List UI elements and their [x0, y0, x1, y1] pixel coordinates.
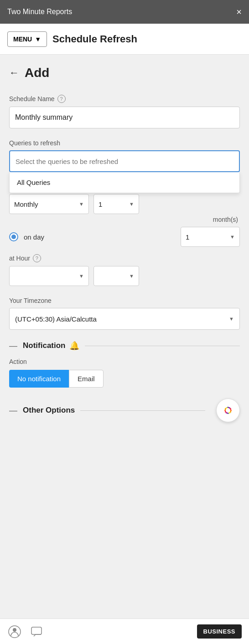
schedule-name-help-icon[interactable]: ?: [57, 95, 66, 103]
repeat-row: Monthly ▼ 1 ▼: [9, 194, 240, 214]
hour-row: ▼ ▼: [9, 266, 240, 286]
action-buttons: No notification Email: [9, 370, 240, 388]
on-day-row: on day 1 ▼: [9, 227, 240, 247]
on-day-radio[interactable]: [9, 232, 18, 241]
repeat-num-chevron-icon: ▼: [129, 201, 134, 207]
user-icon[interactable]: [7, 624, 22, 639]
queries-section: Queries to refresh All Queries: [9, 139, 240, 172]
back-button[interactable]: ←: [9, 67, 19, 79]
action-section: Action No notification Email: [9, 358, 240, 388]
other-options-collapse-icon[interactable]: —: [9, 406, 17, 415]
title-bar: Two Minute Reports ×: [0, 0, 249, 24]
action-label: Action: [9, 358, 240, 365]
timezone-label: Your Timezone: [9, 297, 240, 304]
header: MENU ▼ Schedule Refresh: [0, 24, 249, 55]
radio-inner: [11, 235, 16, 239]
timezone-select[interactable]: (UTC+05:30) Asia/Calcutta ▼: [9, 308, 240, 330]
other-options-divider: — Other Options: [9, 406, 205, 415]
svg-point-15: [13, 628, 16, 632]
day-chevron-icon: ▼: [230, 234, 235, 240]
svg-rect-16: [31, 627, 42, 634]
queries-wrapper: All Queries: [9, 150, 240, 172]
menu-arrow-icon: ▼: [35, 36, 41, 43]
schedule-name-section: Schedule Name ?: [9, 95, 240, 128]
at-hour-label: at Hour ?: [9, 254, 240, 262]
business-badge: BUSINESS: [197, 624, 242, 639]
other-options-title: Other Options: [23, 406, 75, 415]
minute-select[interactable]: ▼: [93, 266, 139, 286]
other-options-row: — Other Options: [9, 399, 240, 422]
minute-chevron-icon: ▼: [129, 273, 134, 279]
other-options-divider-line: [80, 410, 205, 411]
at-hour-help-icon[interactable]: ?: [33, 254, 41, 262]
bottom-bar: BUSINESS: [0, 618, 249, 644]
main-content: ← Add Schedule Name ? Queries to refresh…: [0, 55, 249, 618]
monthly-chevron-icon: ▼: [79, 201, 84, 207]
email-button[interactable]: Email: [69, 370, 104, 388]
months-suffix: month(s): [9, 216, 240, 223]
schedule-name-label: Schedule Name ?: [9, 95, 240, 103]
header-title: Schedule Refresh: [52, 33, 137, 45]
app-title: Two Minute Reports: [7, 8, 72, 16]
timezone-section: Your Timezone (UTC+05:30) Asia/Calcutta …: [9, 297, 240, 330]
hour-select[interactable]: ▼: [9, 266, 89, 286]
bell-icon: 🔔: [69, 341, 79, 351]
on-day-label: on day: [24, 233, 44, 241]
day-select[interactable]: 1 ▼: [181, 227, 240, 247]
notification-divider-line: [85, 346, 240, 346]
fab-button[interactable]: [216, 399, 240, 422]
repeat-section: Repeat every Monthly ▼ 1 ▼ month(s) on d…: [9, 183, 240, 286]
timezone-chevron-icon: ▼: [229, 316, 234, 322]
close-button[interactable]: ×: [236, 7, 242, 16]
queries-dropdown: All Queries: [9, 172, 240, 193]
notification-collapse-icon[interactable]: —: [9, 341, 17, 351]
monthly-select[interactable]: Monthly ▼: [9, 194, 89, 214]
bottom-icons: [7, 624, 44, 639]
chat-icon[interactable]: [29, 624, 44, 639]
notification-divider: — Notification 🔔: [9, 341, 240, 351]
dropdown-all-queries[interactable]: All Queries: [10, 172, 239, 193]
page-title: Add: [25, 66, 49, 80]
schedule-name-input[interactable]: [9, 107, 240, 128]
page-title-row: ← Add: [9, 66, 240, 80]
no-notification-button[interactable]: No notification: [9, 370, 69, 388]
queries-input[interactable]: [9, 150, 240, 172]
hour-chevron-icon: ▼: [79, 273, 84, 279]
repeat-num-select[interactable]: 1 ▼: [93, 194, 139, 214]
svg-point-13: [226, 408, 230, 413]
fab-icon: [220, 402, 236, 419]
menu-button[interactable]: MENU ▼: [7, 31, 47, 47]
queries-label: Queries to refresh: [9, 139, 240, 147]
notification-title: Notification 🔔: [23, 341, 79, 351]
